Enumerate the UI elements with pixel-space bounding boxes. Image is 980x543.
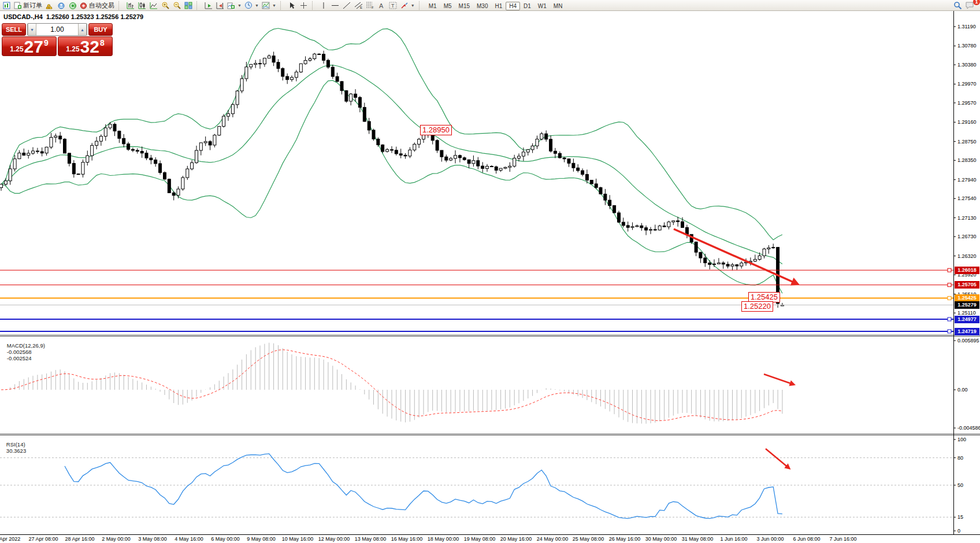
line-chart-button[interactable] — [148, 1, 159, 10]
timeframe-toolbar: M1M5M15M30H1H4D1W1MN — [425, 0, 566, 10]
fibonacci-icon: F — [366, 1, 374, 9]
macd-value-2: -0.002524 — [7, 355, 32, 361]
text-label-button[interactable]: T — [388, 1, 399, 10]
volume-decrease-button[interactable]: ▼ — [28, 24, 36, 35]
chart-window: 1.311901.307801.303801.299701.295701.291… — [0, 11, 980, 543]
macd-histogram — [1, 343, 782, 424]
tile-windows-button[interactable] — [183, 1, 194, 10]
sell-button[interactable]: SELL — [2, 23, 26, 36]
gold-bars-icon — [46, 2, 54, 9]
rsi-line — [65, 454, 782, 519]
chevron-down-icon: ▼ — [411, 3, 415, 8]
crosshair-button[interactable] — [298, 1, 309, 10]
line-chart-icon — [150, 2, 158, 9]
signals-button[interactable] — [67, 1, 78, 10]
arrow-objects-icon — [400, 2, 409, 9]
autotrading-label: 自动交易 — [89, 1, 114, 10]
volume-stepper: ▼ ▲ — [27, 23, 87, 36]
search-button[interactable] — [952, 1, 963, 10]
text-icon: A — [378, 2, 385, 9]
chart-title: USDCAD-,H4 1.25260 1.25323 1.25256 1.252… — [3, 13, 143, 20]
macd-value-1: -0.002568 — [7, 349, 32, 355]
buy-price-box[interactable]: 1.25 32 8 — [58, 36, 113, 56]
cursor-button[interactable] — [287, 1, 298, 10]
chart-window-icon[interactable] — [1, 1, 12, 10]
timeframe-H4[interactable]: H4 — [506, 2, 520, 10]
chevron-down-icon: ▼ — [272, 3, 276, 8]
timeframe-H1[interactable]: H1 — [491, 2, 506, 10]
indicators-button[interactable]: ▼ — [226, 1, 243, 10]
svg-text:A: A — [379, 2, 384, 9]
timeframe-M15[interactable]: M15 — [455, 2, 473, 10]
autotrading-button[interactable]: 自动交易 — [79, 1, 116, 10]
sell-price-small: 1.25 — [10, 45, 23, 53]
equidistant-channel-icon: E — [354, 1, 363, 9]
toolbar-separator — [312, 1, 316, 10]
arrows-button[interactable]: ▼ — [399, 1, 416, 10]
svg-text:F: F — [372, 6, 374, 9]
market-watch-button[interactable] — [44, 1, 55, 10]
signals-icon — [69, 2, 77, 9]
toolbar-separator — [118, 1, 122, 10]
notifications-button[interactable]: 1 — [964, 1, 975, 10]
timeframe-M5[interactable]: M5 — [440, 2, 455, 10]
timeframe-W1[interactable]: W1 — [534, 2, 550, 10]
candlestick-chart-icon — [138, 2, 146, 9]
text-button[interactable]: A — [376, 1, 387, 10]
one-click-trading-panel: SELL ▼ ▲ BUY 1.25 27 9 1.25 32 8 — [2, 23, 113, 56]
chart-shift-button[interactable] — [214, 1, 225, 10]
zoom-in-icon — [161, 1, 169, 9]
candlestick-chart-button[interactable] — [136, 1, 147, 10]
community-button[interactable] — [55, 1, 66, 10]
chevron-down-icon: ▼ — [255, 3, 259, 8]
horizontal-line-button[interactable] — [330, 1, 341, 10]
volume-increase-button[interactable]: ▲ — [78, 24, 87, 35]
timeframe-M1[interactable]: M1 — [425, 2, 440, 10]
toolbar-separator — [419, 1, 423, 10]
rsi-levels — [0, 458, 953, 518]
channel-button[interactable]: E — [353, 1, 364, 10]
new-order-button[interactable]: 新订单 — [13, 1, 43, 10]
zoom-out-button[interactable] — [171, 1, 182, 10]
buy-button[interactable]: BUY — [88, 23, 113, 36]
bar-chart-button[interactable] — [125, 1, 136, 10]
zoom-in-button[interactable] — [159, 1, 170, 10]
timeframe-D1[interactable]: D1 — [520, 2, 534, 10]
svg-text:T: T — [391, 3, 395, 9]
community-icon — [57, 2, 65, 9]
sell-price-box[interactable]: 1.25 27 9 — [2, 36, 57, 56]
rsi-indicator-label: RSI(14) 30.3623 — [0, 435, 26, 460]
candles — [0, 51, 784, 308]
mt4-terminal: 新订单 自动交易 ▼ ▼ ▼ E F A T ▼ M1 — [0, 0, 980, 543]
timeframe-MN[interactable]: MN — [550, 2, 566, 10]
vertical-line-button[interactable] — [318, 1, 329, 10]
auto-scroll-button[interactable] — [203, 1, 214, 10]
fibonacci-button[interactable]: F — [365, 1, 376, 10]
macd-name: MACD(12,26,9) — [7, 342, 45, 349]
clock-icon — [244, 1, 253, 9]
crosshair-icon — [300, 2, 307, 9]
rsi-value: 30.3623 — [6, 448, 26, 454]
periods-button[interactable]: ▼ — [243, 1, 260, 10]
toolbar-separator — [196, 1, 201, 10]
chart-canvas[interactable] — [0, 11, 980, 543]
notification-badge: 1 — [973, 0, 980, 5]
new-order-icon — [14, 2, 21, 9]
macd-indicator-label: MACD(12,26,9) -0.002568 -0.002524 — [0, 336, 45, 368]
auto-scroll-icon — [205, 2, 213, 9]
vertical-line-icon — [321, 2, 326, 9]
autotrading-icon — [80, 2, 87, 9]
sell-price-sup: 9 — [44, 38, 49, 47]
new-order-label: 新订单 — [23, 1, 42, 10]
buy-price-small: 1.25 — [66, 45, 79, 53]
svg-text:E: E — [360, 6, 362, 9]
volume-input[interactable] — [36, 24, 78, 35]
horizontal-level-lines[interactable] — [0, 268, 953, 333]
buy-price-big: 32 — [80, 38, 99, 56]
timeframe-M30[interactable]: M30 — [473, 2, 491, 10]
templates-button[interactable]: ▼ — [261, 1, 277, 10]
trendline-button[interactable] — [341, 1, 352, 10]
chart-shift-icon — [216, 2, 224, 9]
indicators-icon — [227, 2, 235, 9]
zoom-out-icon — [173, 1, 181, 9]
